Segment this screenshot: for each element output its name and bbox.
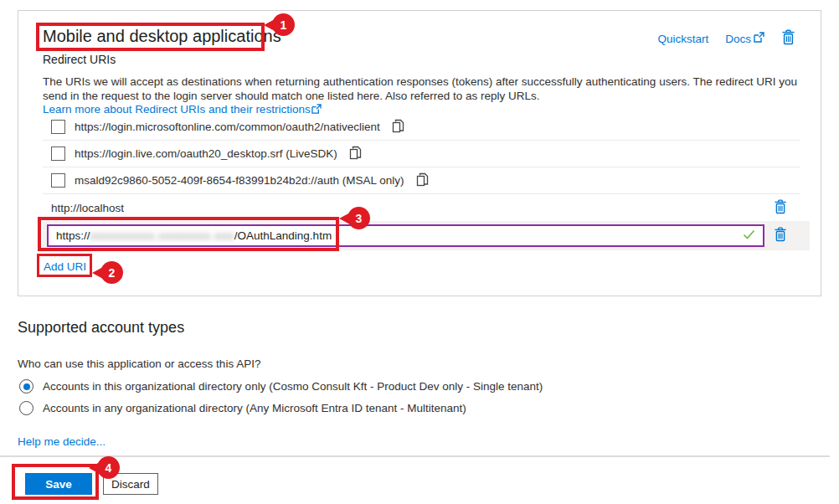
uri-checkbox[interactable] [51,173,65,188]
account-types-question: Who can use this application or access t… [18,357,260,370]
redirect-uri-row: msald92c9860-5052-409f-8654-f83991b24b2d… [43,167,800,194]
valid-check-icon [743,229,755,242]
uri-checkbox[interactable] [51,147,65,161]
delete-icon [774,227,787,244]
uri-prefix-text: https:// [56,229,90,242]
uri-label: https://login.microsoftonline.com/common… [75,121,380,133]
uri-checkbox[interactable] [51,120,65,134]
account-type-option-single-tenant[interactable]: Accounts in this organizational director… [19,379,543,393]
uri-label: msald92c9860-5052-409f-8654-f83991b24b2d… [75,174,404,187]
discard-button[interactable]: Discard [103,473,158,495]
redirect-uris-description: The URIs we will accept as destinations … [43,75,800,118]
radio-label: Accounts in this organizational director… [43,380,543,393]
new-uri-row: https://xxxxxxxxxx.xxxxxxxx.xxx/OAuthLan… [43,221,810,250]
help-me-decide-link[interactable]: Help me decide... [18,435,106,448]
uri-label: https://login.live.com/oauth20_desktop.s… [75,147,337,160]
uri-suffix-text: /OAuthLanding.htm [234,229,332,242]
platform-card-actions: Quickstart Docs [657,29,795,48]
delete-icon [774,199,787,217]
supported-account-types-heading: Supported account types [18,319,184,337]
copy-uri-button[interactable] [416,172,429,189]
account-type-option-multitenant[interactable]: Accounts in any organizational directory… [19,401,466,415]
description-text: The URIs we will accept as destinations … [43,75,797,102]
add-uri-link[interactable]: Add URI [44,260,86,273]
uri-redacted-host: xxxxxxxxxx.xxxxxxxx.xxx [90,229,234,242]
save-button[interactable]: Save [25,473,92,495]
radio-button[interactable] [19,401,33,415]
docs-link-label: Docs [725,33,751,45]
redirect-uri-list: https://login.microsoftonline.com/common… [43,114,800,194]
redirect-uri-row: https://login.microsoftonline.com/common… [43,114,800,141]
copy-icon [416,172,429,189]
quickstart-link[interactable]: Quickstart [657,33,708,45]
redirect-uris-heading: Redirect URIs [43,53,116,66]
radio-button[interactable] [19,379,33,393]
footer-divider [0,455,830,457]
app-registration-authentication-page: Mobile and desktop applications Quicksta… [0,0,839,504]
redirect-uri-row: https://login.live.com/oauth20_desktop.s… [43,141,800,167]
new-uri-input[interactable]: https://xxxxxxxxxx.xxxxxxxx.xxx/OAuthLan… [47,224,764,247]
copy-icon [392,119,404,136]
delete-platform-button[interactable] [781,29,795,48]
radio-label: Accounts in any organizational directory… [43,402,466,414]
copy-uri-button[interactable] [349,146,362,162]
platform-card-title: Mobile and desktop applications [43,27,281,46]
copy-uri-button[interactable] [392,119,404,136]
localhost-uri-label: http://localhost [51,202,124,214]
copy-icon [349,146,362,162]
delete-icon [781,29,795,48]
docs-link[interactable]: Docs [725,32,764,45]
mobile-desktop-platform-card: Mobile and desktop applications Quicksta… [18,10,821,296]
delete-uri-button[interactable] [774,227,787,244]
external-link-icon [754,32,764,45]
delete-uri-button[interactable] [774,199,787,217]
localhost-uri-row: http://localhost [43,194,809,221]
